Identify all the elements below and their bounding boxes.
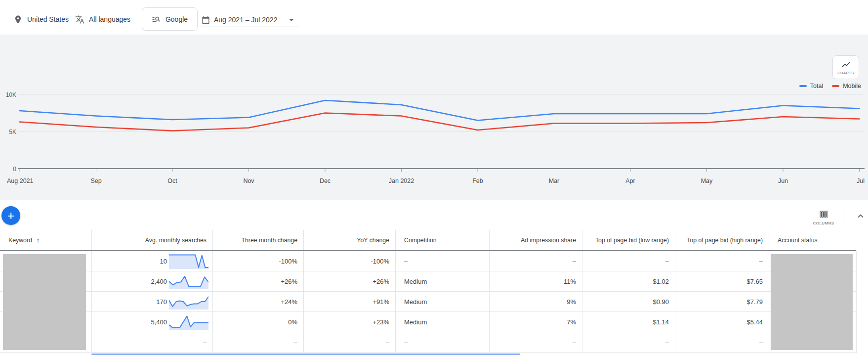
columns-icon bbox=[819, 209, 829, 220]
sparkline-chart bbox=[169, 313, 208, 331]
location-pin-icon bbox=[13, 15, 23, 24]
svg-text:Sep: Sep bbox=[90, 178, 101, 184]
sparkline-chart bbox=[169, 253, 208, 270]
account-status-redaction-overlay bbox=[771, 254, 853, 350]
cell-top_of_page_bid_low: $0.90 bbox=[582, 292, 675, 311]
cell-top_of_page_bid_low: $1.02 bbox=[582, 271, 675, 291]
cell-top_of_page_bid_low: – bbox=[582, 251, 675, 271]
mobile-series-label: Mobile bbox=[843, 83, 861, 89]
column-header-label: Ad impression share bbox=[521, 237, 576, 244]
date-range-label: Aug 2021 – Jul 2022 bbox=[214, 16, 277, 24]
svg-text:5K: 5K bbox=[9, 129, 16, 135]
column-header-top_of_page_bid_high[interactable]: Top of page bid (high range) bbox=[675, 230, 769, 250]
cell-top_of_page_bid_high: $7.79 bbox=[675, 292, 769, 311]
svg-text:Jan 2022: Jan 2022 bbox=[389, 178, 414, 184]
network-filter-button[interactable]: Google bbox=[142, 7, 198, 31]
cell-top_of_page_bid_low: $1.14 bbox=[582, 312, 675, 332]
dropdown-arrow-icon bbox=[289, 19, 294, 21]
table-row[interactable]: ––––––– bbox=[0, 332, 856, 353]
svg-text:10K: 10K bbox=[6, 91, 16, 98]
column-header-label: Top of page bid (low range) bbox=[595, 237, 669, 244]
table-row[interactable]: 5,4000%+23%Medium7%$1.14$5.44 bbox=[0, 312, 856, 332]
legend-item-total[interactable]: Total bbox=[799, 83, 823, 89]
column-header-yoy_change[interactable]: YoY change bbox=[303, 230, 395, 250]
sparkline-chart bbox=[169, 273, 208, 290]
legend-item-mobile[interactable]: Mobile bbox=[832, 83, 861, 89]
cell-competition: Medium bbox=[395, 292, 489, 311]
cell-yoy_change: -100% bbox=[303, 251, 395, 271]
column-header-avg_monthly_searches[interactable]: Avg. monthly searches bbox=[91, 230, 212, 250]
cell-competition: Medium bbox=[395, 312, 489, 332]
column-header-account_status[interactable]: Account status bbox=[769, 230, 856, 250]
total-series-label: Total bbox=[810, 83, 823, 89]
svg-text:Feb: Feb bbox=[472, 178, 483, 184]
cell-three_month_change: 0% bbox=[212, 312, 303, 332]
location-filter[interactable]: United States bbox=[13, 4, 69, 35]
line-chart-icon bbox=[841, 60, 851, 69]
table-right-edge bbox=[856, 251, 857, 353]
sparkline-chart bbox=[169, 293, 208, 311]
search-network-icon bbox=[152, 14, 161, 24]
svg-text:Aug 2021: Aug 2021 bbox=[7, 178, 34, 184]
language-filter-label: All languages bbox=[89, 15, 130, 23]
mobile-series-marker bbox=[832, 85, 839, 87]
cell-three_month_change: +24% bbox=[212, 292, 303, 311]
column-header-ad_impression_share[interactable]: Ad impression share bbox=[489, 230, 582, 250]
location-filter-label: United States bbox=[27, 15, 69, 23]
column-header-competition[interactable]: Competition bbox=[395, 230, 489, 250]
cell-ad_impression_share: – bbox=[489, 332, 582, 352]
chart-legend: Total Mobile bbox=[799, 83, 861, 89]
column-header-keyword[interactable]: Keyword↑ bbox=[0, 230, 91, 250]
svg-text:Nov: Nov bbox=[243, 178, 254, 184]
date-range-selector[interactable]: Aug 2021 – Jul 2022 bbox=[201, 13, 299, 27]
table-row[interactable]: 2,400+26%+26%Medium11%$1.02$7.65 bbox=[0, 271, 856, 292]
charts-button[interactable]: CHARTS bbox=[832, 55, 859, 79]
cell-top_of_page_bid_high: – bbox=[675, 332, 769, 352]
search-volume-line-chart: 05K10KAug 2021SepOctNovDecJan 2022FebMar… bbox=[0, 35, 868, 200]
column-header-label: Keyword bbox=[8, 237, 32, 244]
svg-text:Mar: Mar bbox=[549, 178, 560, 184]
column-header-label: Competition bbox=[404, 237, 437, 244]
columns-button-label: COLUMNS bbox=[813, 221, 834, 225]
cell-top_of_page_bid_high: $7.65 bbox=[675, 271, 769, 291]
filter-toolbar: United States All languages Google Aug 2… bbox=[0, 0, 868, 35]
cell-yoy_change: +91% bbox=[303, 292, 395, 311]
network-filter-label: Google bbox=[165, 15, 188, 23]
column-header-label: YoY change bbox=[357, 237, 389, 244]
add-keywords-button[interactable]: + bbox=[1, 206, 20, 225]
cell-ad_impression_share: 11% bbox=[489, 271, 582, 291]
column-header-three_month_change[interactable]: Three month change bbox=[212, 230, 303, 250]
cell-yoy_change: +23% bbox=[303, 312, 395, 332]
cell-competition: Medium bbox=[395, 271, 489, 291]
cell-top_of_page_bid_high: $5.44 bbox=[675, 312, 769, 332]
cell-yoy_change: – bbox=[303, 332, 395, 352]
svg-text:May: May bbox=[701, 178, 713, 184]
cell-avg_monthly_searches: 10 bbox=[91, 251, 212, 271]
cell-avg_monthly_searches: – bbox=[91, 332, 212, 352]
svg-text:Jul: Jul bbox=[857, 178, 865, 184]
keywords-table-section: + COLUMNS Keyword↑Avg. monthly searchesT… bbox=[0, 200, 868, 355]
column-header-label: Top of page bid (high range) bbox=[687, 237, 763, 244]
svg-text:Dec: Dec bbox=[320, 178, 331, 184]
table-row[interactable]: 10-100%-100%–––– bbox=[0, 251, 856, 271]
plus-icon: + bbox=[7, 209, 15, 222]
column-header-top_of_page_bid_low[interactable]: Top of page bid (low range) bbox=[582, 230, 675, 250]
svg-text:0: 0 bbox=[13, 166, 16, 173]
cell-three_month_change: – bbox=[212, 332, 303, 352]
columns-button[interactable]: COLUMNS bbox=[811, 206, 836, 228]
calendar-icon bbox=[202, 16, 210, 24]
keyword-planner-screen: United States All languages Google Aug 2… bbox=[0, 0, 868, 355]
cell-avg_monthly_searches: 170 bbox=[91, 292, 212, 311]
cell-top_of_page_bid_low: – bbox=[582, 332, 675, 352]
keyword-redaction-overlay bbox=[3, 254, 86, 350]
language-filter[interactable]: All languages bbox=[75, 4, 130, 35]
column-header-label: Avg. monthly searches bbox=[145, 237, 207, 244]
svg-text:Apr: Apr bbox=[625, 178, 635, 184]
column-header-label: Account status bbox=[778, 237, 818, 244]
table-row[interactable]: 170+24%+91%Medium9%$0.90$7.79 bbox=[0, 292, 856, 312]
cell-competition: – bbox=[395, 251, 489, 271]
cell-avg_monthly_searches: 5,400 bbox=[91, 312, 212, 332]
collapse-table-button[interactable] bbox=[854, 210, 867, 223]
cell-three_month_change: -100% bbox=[212, 251, 303, 271]
chevron-up-icon bbox=[855, 211, 866, 222]
